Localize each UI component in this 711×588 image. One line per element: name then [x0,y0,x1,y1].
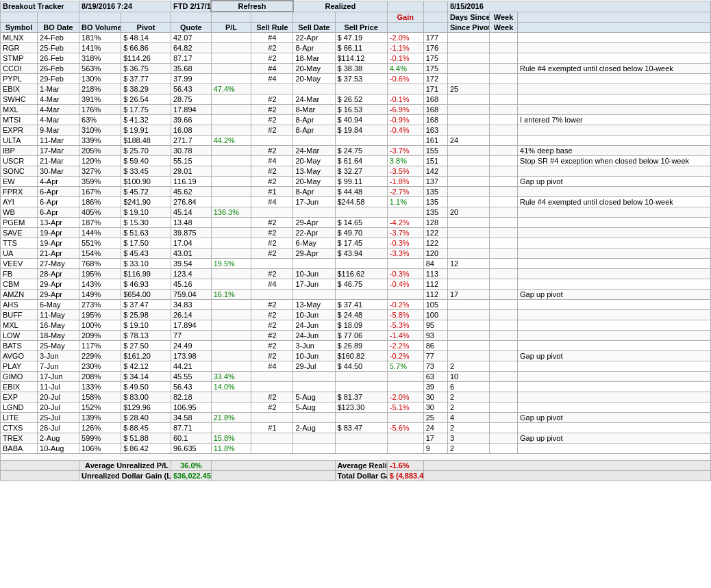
col-pivot: Pivot [121,22,171,32]
col-sell-rule: Sell Rule [251,22,293,32]
header-date2: 8/15/2016 [447,1,710,12]
blank-h10 [423,12,447,22]
avg-realized-val: -1.6% [387,460,423,470]
blank-h11 [518,12,711,22]
blank-h7 [251,12,293,22]
table-row: CTXS26-Jul126%$ 88.4587.71#12-Aug$ 83.47… [1,422,711,433]
table-row: TTS19-Apr551%$ 17.5017.04#26-May$ 17.45-… [1,238,711,248]
table-row: IBP17-Mar205%$ 25.7030.78#224-Mar$ 24.75… [1,145,711,155]
table-row: EBIX1-Mar218%$ 38.2956.4347.4%17125 [1,84,711,94]
table-row: BUFF11-May195%$ 25.9826.14#210-Jun$ 24.4… [1,309,711,320]
unrealized-dollar-label: Unrealized Dollar Gain (Loss) [79,470,171,481]
col-symbol: Symbol [1,22,38,32]
summary-row-1: Average Unrealized P/L 36.0% Average Rea… [1,460,711,470]
table-row: AMZN29-Apr149%$654.00759.0416.1%11217Gap… [1,289,711,299]
blank-header2 [423,1,447,12]
table-row: CCOI26-Feb563%$ 36.7535.68#420-May$ 38.3… [1,63,711,73]
blank-h3 [79,12,121,22]
blank-h6 [211,12,251,22]
table-row: FPRX6-Apr167%$ 45.7245.62#18-Apr$ 44.48-… [1,186,711,196]
summary-row-2: Unrealized Dollar Gain (Loss) $36,022.45… [1,470,711,481]
avg-realized-label: Average Realized P/L [335,460,387,470]
realized-header: Realized [293,1,387,12]
blank-h2 [38,12,79,22]
table-row: UA21-Apr154%$ 45.4343.01#229-Apr$ 43.94-… [1,248,711,258]
blank-h4 [121,12,171,22]
table-row: MXL16-May100%$ 19.1017.894#224-Jun$ 18.0… [1,320,711,330]
blank-header [387,1,423,12]
table-row: GIMO17-Jun208%$ 34.1445.5533.4%6310 [1,371,711,381]
table-row: AHS6-May273%$ 37.4734.83#213-May$ 37.41-… [1,299,711,309]
table-row: TREX2-Aug599%$ 51.8860.115.8%173Gap up p… [1,433,711,443]
table-row: FB28-Apr195%$116.99123.4#210-Jun$116.62-… [1,268,711,279]
blank-h5 [171,12,211,22]
total-dollar-val: $ (4,883.42) [387,470,423,481]
table-row: EBIX11-Jul133%$ 49.5056.4314.0%396 [1,381,711,392]
table-row: RGR25-Feb141%$ 66.8664.82#28-Apr$ 66.11-… [1,42,711,53]
col-blank [423,22,447,32]
table-row: MTSI4-Mar63%$ 41.3239.66#28-Apr$ 40.94-0… [1,114,711,125]
col-notes [518,22,711,32]
table-row: LGND20-Jul152%$129.96106.95#25-Aug$123.3… [1,402,711,412]
table-row: EXPR9-Mar310%$ 19.9116.08#28-Apr$ 19.84-… [1,125,711,135]
table-row: LITE25-Jul139%$ 28.4034.5821.8%254Gap up… [1,412,711,422]
table-row: SONC30-Mar327%$ 33.4529.01#213-May$ 32.2… [1,166,711,176]
table-row: MXL4-Mar176%$ 17.7517.894#28-Mar$ 16.53-… [1,104,711,114]
avg-unrealized-val: 36.0% [171,460,211,470]
days-since-pivot-header: Days Since Pivot [447,12,489,22]
avg-unrealized-label: Average Unrealized P/L [79,460,171,470]
table-row: MLNX24-Feb181%$ 48.1442.07#422-Apr$ 47.1… [1,32,711,42]
col-bo-volume: BO Volume [79,22,121,32]
table-row: AVGO3-Jun229%$161.20173.98#210-Jun$160.8… [1,350,711,361]
col-sell-date: Sell Date [293,22,335,32]
table-row: USCR21-Mar120%$ 59.4055.15#420-May$ 61.6… [1,155,711,166]
table-row: WB6-Apr405%$ 19.1045.14136.3%13520 [1,207,711,217]
table-row: SAVE19-Apr144%$ 51.6339.875#222-Apr$ 49.… [1,227,711,238]
table-row: EW4-Apr359%$100.90116.19#220-May$ 99.11-… [1,176,711,186]
table-row: STMP26-Feb318%$114.2687.17#218-Mar$114.1… [1,53,711,63]
table-row: BATS25-May117%$ 27.5024.49#23-Jun$ 26.89… [1,340,711,350]
table-row: CBM29-Apr143%$ 46.9345.16#417-Jun$ 46.75… [1,279,711,289]
blank-h9 [335,12,387,22]
col-quote: Quote [171,22,211,32]
blank-h8 [293,12,335,22]
col-gain-loss-pct [387,22,423,32]
table-row: VEEV27-May768%$ 33.1039.5419.5%8412 [1,258,711,268]
table-row: PYPL29-Feb130%$ 37.7737.99#420-May$ 37.5… [1,73,711,84]
header-ftd: FTD 2/17/16 [171,1,211,12]
table-row: EXP20-Jul158%$ 83.0082.18#25-Aug$ 81.37-… [1,392,711,402]
header-date: 8/19/2016 7:24 [79,1,171,12]
blank-h [1,12,38,22]
gain-loss-header: Gain [387,12,423,22]
empty-row [1,453,711,460]
total-dollar-label: Total Dollar Gain (Loss) [335,470,387,481]
col-pl: P/L [211,22,251,32]
unrealized-dollar-val: $36,022.45 [171,470,211,481]
table-row: SWHC4-Mar391%$ 26.5428.75#224-Mar$ 26.52… [1,94,711,104]
col-week: Week [489,22,517,32]
col-bo-date: BO Date [38,22,79,32]
refresh-button[interactable]: Refresh [211,1,293,12]
table-row: BABA10-Aug106%$ 86.4296.63511.8%92 [1,443,711,453]
app-title: Breakout Tracker [1,1,79,12]
table-row: PGEM13-Apr187%$ 15.3013.48#229-Apr$ 14.6… [1,217,711,227]
week-header: Week [489,12,517,22]
table-row: AYI6-Apr186%$241.90276.84#417-Jun$244.58… [1,196,711,207]
table-row: PLAY7-Jun230%$ 42.1244.21#429-Jul$ 44.50… [1,361,711,371]
table-row: LOW18-May209%$ 78.1377#224-Jun$ 77.06-1.… [1,330,711,340]
table-row: ULTA11-Mar339%$188.48271.744.2%16124 [1,135,711,145]
col-since-pivot: Since Pivot [447,22,489,32]
col-sell-price: Sell Price [335,22,387,32]
main-table: Breakout Tracker 8/19/2016 7:24 FTD 2/17… [0,0,711,481]
